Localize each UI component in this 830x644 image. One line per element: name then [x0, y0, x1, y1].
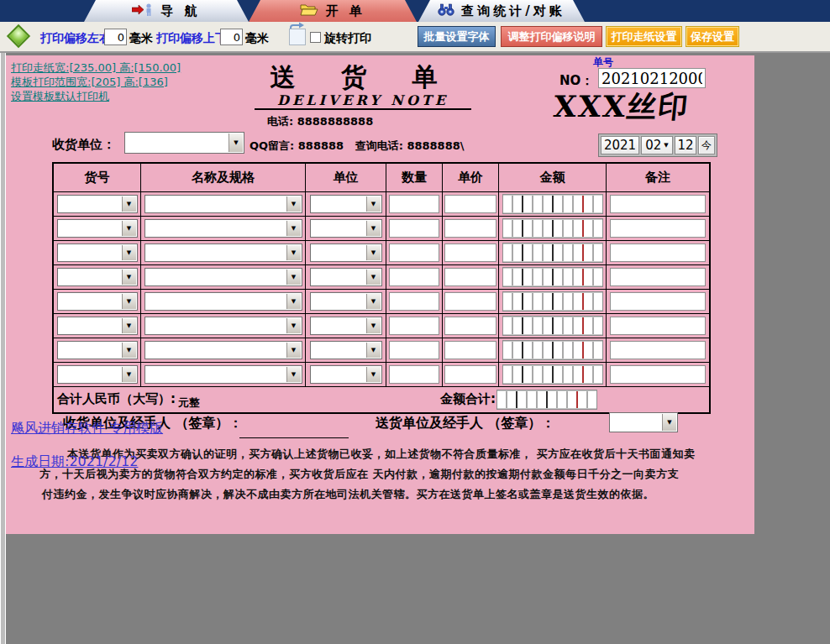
unit-combobox[interactable]: ▼ — [310, 317, 382, 335]
chevron-down-icon[interactable]: ▼ — [286, 221, 301, 236]
template-range-link[interactable]: 模板打印范围宽:[205] 高:[136] — [11, 75, 168, 90]
offset-lr-input[interactable] — [104, 29, 127, 45]
chevron-down-icon[interactable]: ▼ — [366, 367, 381, 382]
tab-query-stats[interactable]: 查询统计/对账 — [418, 0, 585, 22]
chevron-down-icon[interactable]: ▼ — [286, 343, 301, 358]
chevron-down-icon[interactable]: ▼ — [286, 294, 301, 309]
chevron-down-icon[interactable]: ▼ — [122, 367, 136, 382]
chevron-down-icon[interactable]: ▼ — [366, 196, 381, 212]
name-spec-combobox[interactable]: ▼ — [144, 317, 302, 335]
remark-input[interactable] — [610, 317, 706, 335]
remark-input[interactable] — [610, 268, 706, 286]
chevron-down-icon[interactable]: ▼ — [229, 134, 243, 152]
receiver-unit-combobox[interactable]: ▼ — [124, 132, 244, 154]
chevron-down-icon[interactable]: ▼ — [286, 270, 301, 285]
offset-ud-input[interactable] — [220, 29, 243, 45]
price-input[interactable] — [444, 292, 496, 311]
chevron-down-icon[interactable]: ▼ — [122, 196, 136, 212]
price-input[interactable] — [444, 365, 496, 384]
name-spec-combobox[interactable]: ▼ — [144, 341, 302, 359]
remark-input[interactable] — [610, 195, 706, 213]
item-no-combobox[interactable]: ▼ — [57, 317, 138, 335]
chevron-down-icon[interactable]: ▼ — [662, 414, 676, 431]
signature-line — [239, 437, 349, 438]
adjust-offset-help-button[interactable]: 调整打印偏移说明 — [501, 26, 602, 47]
batch-font-button[interactable]: 批量设置字体 — [418, 26, 496, 47]
today-button[interactable]: 今 — [698, 136, 715, 154]
price-input[interactable] — [444, 219, 496, 238]
set-default-printer-link[interactable]: 设置模板默认打印机 — [11, 89, 109, 104]
item-no-combobox[interactable]: ▼ — [57, 195, 138, 213]
price-input[interactable] — [444, 243, 496, 262]
price-input[interactable] — [444, 317, 496, 335]
paper-size-link[interactable]: 打印走纸宽:[235.00] 高:[150.00] — [11, 60, 181, 76]
price-input[interactable] — [444, 341, 496, 359]
date-year-field[interactable]: 2021 — [601, 136, 639, 154]
remark-input[interactable] — [610, 219, 706, 238]
item-no-combobox[interactable]: ▼ — [57, 219, 138, 238]
chevron-down-icon[interactable]: ▼ — [366, 294, 381, 309]
price-input[interactable] — [444, 268, 496, 286]
unit-combobox[interactable]: ▼ — [310, 219, 382, 238]
name-spec-combobox[interactable]: ▼ — [144, 268, 302, 286]
qty-input[interactable] — [389, 341, 439, 359]
item-no-combobox[interactable]: ▼ — [57, 341, 138, 359]
remark-input[interactable] — [610, 243, 706, 262]
unit-combobox[interactable]: ▼ — [310, 341, 382, 359]
chevron-down-icon[interactable]: ▼ — [366, 318, 381, 333]
left-splitter[interactable] — [0, 53, 6, 644]
chevron-down-icon[interactable]: ▼ — [286, 245, 301, 260]
qty-input[interactable] — [389, 317, 439, 335]
tab-navigation[interactable]: 导 航 — [84, 0, 249, 22]
qty-input[interactable] — [389, 365, 439, 384]
chevron-down-icon[interactable]: ▼ — [122, 245, 136, 260]
item-no-combobox[interactable]: ▼ — [57, 268, 138, 286]
unit-combobox[interactable]: ▼ — [310, 268, 382, 286]
chevron-down-icon[interactable]: ▼ — [286, 367, 301, 382]
qty-input[interactable] — [389, 268, 439, 286]
paper-feed-settings-button[interactable]: 打印走纸设置 — [606, 26, 682, 47]
remark-input[interactable] — [610, 292, 706, 311]
name-spec-combobox[interactable]: ▼ — [144, 219, 302, 238]
name-spec-combobox[interactable]: ▼ — [144, 365, 302, 384]
sender-signature-combobox[interactable]: ▼ — [609, 412, 678, 432]
chevron-down-icon[interactable]: ▼ — [286, 196, 301, 212]
unit-combobox[interactable]: ▼ — [310, 292, 382, 311]
chevron-down-icon[interactable]: ▼ — [366, 343, 381, 358]
name-spec-combobox[interactable]: ▼ — [144, 195, 302, 213]
unit-combobox[interactable]: ▼ — [310, 365, 382, 384]
chevron-down-icon[interactable]: ▼ — [366, 221, 381, 236]
unit-combobox[interactable]: ▼ — [310, 195, 382, 213]
brand-link[interactable]: 飚风进销存软件 专用模版 — [11, 420, 163, 437]
item-no-combobox[interactable]: ▼ — [57, 365, 138, 384]
chevron-down-icon[interactable]: ▼ — [122, 294, 136, 309]
chevron-down-icon[interactable]: ▼ — [664, 142, 668, 149]
rotate-print-checkbox[interactable] — [310, 32, 321, 43]
item-no-combobox[interactable]: ▼ — [57, 292, 138, 311]
price-input[interactable] — [444, 195, 496, 213]
name-spec-combobox[interactable]: ▼ — [144, 292, 302, 311]
name-spec-combobox[interactable]: ▼ — [144, 243, 302, 262]
chevron-down-icon[interactable]: ▼ — [122, 343, 136, 358]
chevron-down-icon[interactable]: ▼ — [122, 318, 136, 333]
generated-date-link[interactable]: 生成日期:2021/2/12 — [11, 453, 138, 471]
order-no-input[interactable] — [598, 68, 706, 88]
unit-combobox[interactable]: ▼ — [310, 243, 382, 262]
save-settings-button[interactable]: 保存设置 — [686, 26, 739, 47]
chevron-down-icon[interactable]: ▼ — [122, 270, 136, 285]
remark-input[interactable] — [610, 365, 706, 384]
qty-input[interactable] — [389, 243, 439, 262]
chevron-down-icon[interactable]: ▼ — [366, 270, 381, 285]
date-day-field[interactable]: 12 — [675, 136, 696, 154]
chevron-down-icon[interactable]: ▼ — [122, 221, 136, 236]
qty-input[interactable] — [389, 292, 439, 311]
remark-input[interactable] — [610, 341, 706, 359]
tab-create-order[interactable]: 开 单 — [249, 0, 417, 22]
qty-input[interactable] — [389, 219, 439, 238]
qty-input[interactable] — [389, 195, 439, 213]
chevron-down-icon[interactable]: ▼ — [286, 318, 301, 333]
chevron-down-icon[interactable]: ▼ — [366, 245, 381, 260]
amount-digit-segment — [554, 342, 564, 359]
item-no-combobox[interactable]: ▼ — [57, 243, 138, 262]
date-month-field[interactable]: 02▼ — [641, 136, 673, 154]
